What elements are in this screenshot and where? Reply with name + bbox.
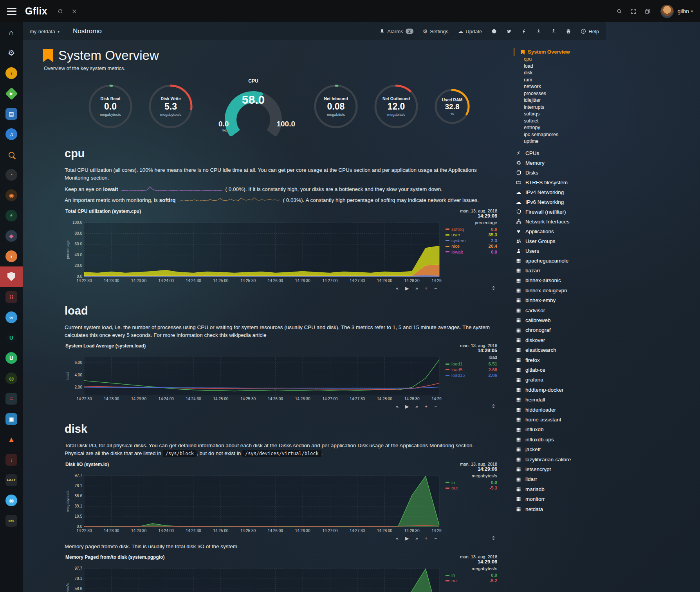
sidebar-app-plex[interactable]: › [0, 63, 23, 83]
chart-zoom-out-button[interactable]: − [434, 536, 437, 541]
sidebar-app-duplicati[interactable]: ◉ [0, 490, 23, 511]
chart-canvas[interactable]: 14:22:3014:23:0014:23:3014:24:0014:24:30… [65, 219, 442, 284]
sidebar-app-tautulli[interactable]: ◔ [0, 165, 23, 185]
sidebar-app-jackett[interactable] [0, 144, 23, 165]
legend-item-load1[interactable]: load16.51 [446, 361, 497, 367]
search-icon[interactable] [617, 9, 622, 14]
chart-rewind-button[interactable]: « [396, 536, 399, 541]
menu-section-network-interfaces[interactable]: Network Interfaces [514, 217, 643, 227]
print-icon[interactable] [566, 29, 571, 34]
menu-app-home-assistant[interactable]: home-assistant [514, 415, 643, 425]
chart-resize-handle[interactable]: ⇕ [446, 403, 497, 409]
menu-app-binhex-airsonic[interactable]: binhex-airsonic [514, 275, 643, 285]
menu-item-disk[interactable]: disk [514, 70, 643, 77]
menu-app-firefox[interactable]: firefox [514, 355, 643, 365]
sidebar-app-emby[interactable]: ▶ [0, 83, 23, 104]
menu-app-netdata[interactable]: netdata [514, 504, 643, 514]
chart-zoom-out-button[interactable]: − [434, 286, 437, 291]
chart-zoom-in-button[interactable]: + [425, 404, 428, 409]
settings-button[interactable]: ⚙ Settings [423, 29, 449, 34]
chart-play-button[interactable]: ▶ [405, 404, 409, 409]
menu-app-jackett[interactable]: jackett [514, 444, 643, 454]
legend-item-out[interactable]: out-5.3 [446, 485, 497, 491]
sidebar-app-lychee[interactable]: ▣ [0, 409, 23, 429]
refresh-icon[interactable] [58, 9, 63, 14]
chart-resize-handle[interactable]: ⇕ [446, 284, 497, 291]
menu-system-overview[interactable]: System Overview [514, 48, 643, 56]
menu-app-letsencrypt[interactable]: letsencrypt [514, 464, 643, 474]
menu-app-influxdb[interactable]: influxdb [514, 425, 643, 434]
chart-canvas[interactable]: 14:22:3014:23:0014:23:3014:24:0014:24:30… [65, 353, 442, 403]
menu-app-mariadb[interactable]: mariadb [514, 484, 643, 494]
menu-item-load[interactable]: load [514, 63, 643, 70]
menu-section-user-groups[interactable]: User Groups [514, 236, 643, 246]
sidebar-app-glances[interactable]: ≡ [0, 389, 23, 409]
chart-forward-button[interactable]: » [415, 286, 418, 291]
gauge-net-outbound[interactable]: Net Outbound12.0megabits/s [373, 84, 419, 129]
sidebar-app-sabnzbd[interactable]: sab [0, 511, 23, 531]
chart-zoom-in-button[interactable]: + [425, 286, 428, 291]
sidebar-app-lazylibrarian[interactable]: LAZY [0, 470, 23, 490]
gauge-used-ram[interactable]: Used RAM32.8% [434, 88, 471, 125]
menu-app-calibreweb[interactable]: calibreweb [514, 315, 643, 325]
chart-forward-button[interactable]: » [415, 536, 418, 541]
import-snapshot-icon[interactable] [536, 29, 541, 34]
menu-item-softirqs[interactable]: softirqs [514, 111, 643, 118]
twitter-icon[interactable] [506, 29, 512, 34]
legend-item-in[interactable]: in0.0 [446, 480, 497, 486]
menu-app-heimdall[interactable]: heimdall [514, 395, 643, 405]
menu-section-firewall-netfilter-[interactable]: Firewall (netfilter) [514, 207, 643, 217]
alarms-button[interactable]: Alarms 2 [379, 29, 413, 34]
legend-item-user[interactable]: user35.3 [446, 232, 497, 238]
menu-item-ram[interactable]: ram [514, 77, 643, 84]
sidebar-app-filebrowser[interactable]: ▤ [0, 104, 23, 124]
facebook-icon[interactable] [521, 29, 527, 34]
sidebar-app-monitorr[interactable]: ◉ [0, 185, 23, 205]
hamburger-menu-icon[interactable] [7, 8, 16, 15]
menu-item-network[interactable]: network [514, 83, 643, 90]
gauge-cpu[interactable]: CPU58.00.0100.0% [208, 79, 298, 134]
menu-app-elasticsearch[interactable]: elasticsearch [514, 345, 643, 355]
menu-app-binhex-delugevpn[interactable]: binhex-delugevpn [514, 286, 643, 295]
chart-forward-button[interactable]: » [415, 404, 418, 409]
update-button[interactable]: ☁ Update [458, 29, 482, 34]
gauge-net-inbound[interactable]: Net Inbound0.08megabits/s [313, 84, 359, 129]
menu-app-diskover[interactable]: diskover [514, 335, 643, 345]
legend-item-load15[interactable]: load152.06 [446, 372, 497, 378]
legend-item-out[interactable]: out-5.2 [446, 578, 497, 584]
tabs-icon[interactable] [645, 9, 650, 14]
menu-section-users[interactable]: Users [514, 246, 643, 256]
sidebar-app-codimd[interactable]: ◎ [0, 368, 23, 389]
chart-canvas[interactable]: 14:22:3014:23:0014:23:3014:24:0014:24:30… [65, 472, 442, 534]
menu-app-bazarr[interactable]: bazarr [514, 266, 643, 275]
help-button[interactable]: ? Help [581, 29, 599, 34]
legend-item-in[interactable]: in0.0 [446, 572, 497, 578]
legend-item-system[interactable]: system2.3 [446, 238, 497, 244]
gauge-disk-write[interactable]: Disk Write5.3megabytes/s [148, 84, 193, 129]
sidebar-app-netdata[interactable] [0, 266, 23, 287]
menu-app-hddtemp-docker[interactable]: hddtemp-docker [514, 385, 643, 395]
chart-zoom-in-button[interactable]: + [425, 536, 428, 541]
menu-app-monitorr[interactable]: monitorr [514, 494, 643, 504]
export-snapshot-icon[interactable] [551, 29, 556, 34]
chart-play-button[interactable]: ▶ [405, 286, 409, 291]
chart-resize-handle[interactable]: ⇕ [446, 534, 497, 541]
menu-item-processes[interactable]: processes [514, 90, 643, 97]
gauge-disk-read[interactable]: Disk Read0.0megabytes/s [88, 84, 133, 129]
fullscreen-icon[interactable] [631, 9, 636, 14]
sidebar-app-organizr[interactable]: ◆ [0, 226, 23, 246]
chart-play-button[interactable]: ▶ [405, 536, 409, 541]
chart-zoom-out-button[interactable]: − [434, 404, 437, 409]
menu-item-interrupts[interactable]: interrupts [514, 104, 643, 111]
menu-app-cadvisor[interactable]: cadvisor [514, 306, 643, 315]
legend-item-iowait[interactable]: iowait0.0 [446, 249, 497, 255]
menu-item-cpu[interactable]: cpu [514, 56, 643, 63]
menu-section-ipv6-networking[interactable]: ☁IPv6 Networking [514, 197, 643, 207]
sidebar-app-gitlab[interactable]: ▲ [0, 429, 23, 450]
sidebar-app-huginn[interactable]: ⚡ [0, 205, 23, 226]
user-menu[interactable]: gilbn ▾ [677, 8, 693, 14]
avatar[interactable] [660, 5, 674, 18]
close-icon[interactable] [72, 9, 77, 14]
legend-item-load5[interactable]: load52.68 [446, 367, 497, 373]
sidebar-app-home[interactable]: ⌂ [0, 22, 23, 43]
